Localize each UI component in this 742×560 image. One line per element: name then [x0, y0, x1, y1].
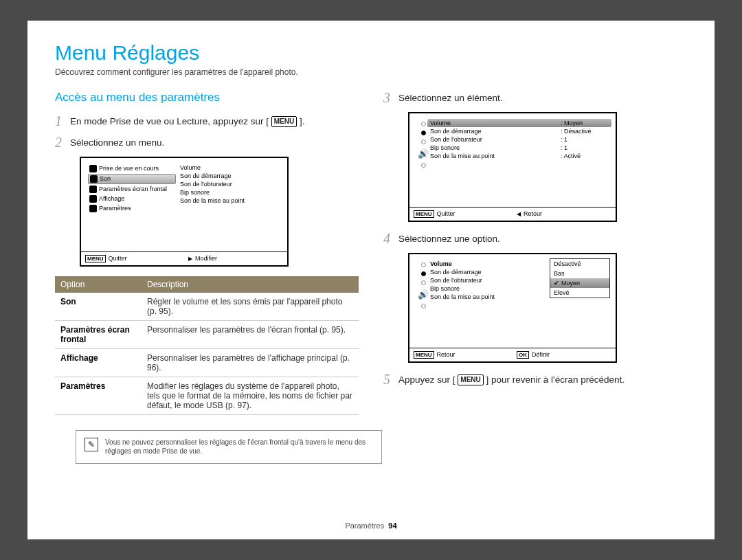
front-screen-icon	[89, 186, 97, 193]
screenshot-footer: MENUQuitter ▶Modifier	[81, 251, 287, 265]
pager-dot	[421, 262, 426, 267]
step-text: Sélectionnez une option.	[398, 232, 500, 246]
table-row: Paramètres écran frontalPersonnaliser le…	[55, 320, 359, 348]
step-4: 4 Sélectionnez une option.	[383, 232, 687, 246]
table-header-option: Option	[55, 276, 142, 293]
step-1: 1 En mode Prise de vue ou Lecture, appuy…	[55, 114, 359, 128]
submenu-item: Bip sonore	[180, 188, 280, 197]
screenshot-footer: MENURetour OKDéfinir	[409, 348, 616, 361]
display-icon	[89, 195, 97, 203]
submenu-item: Son de l'obturateur	[180, 180, 280, 188]
page-footer: Paramètres 94	[27, 522, 715, 530]
two-column-layout: Accès au menu des paramètres 1 En mode P…	[55, 91, 687, 415]
check-icon: ✔	[554, 280, 559, 287]
pager-dot	[421, 163, 426, 168]
step-5: 5 Appuyez sur [ MENU ] pour revenir à l'…	[383, 372, 687, 387]
setting-row: Son de l'obturateur: 1	[430, 135, 609, 144]
submenu-item: Son de démarrage	[180, 172, 280, 180]
menu-item: Affichage	[88, 194, 176, 203]
table-header-description: Description	[142, 276, 359, 293]
submenu-item: Son de la mise au point	[180, 197, 280, 205]
pager-dot	[421, 280, 426, 285]
menu-item: Prise de vue en cours	[88, 164, 176, 173]
menu-item-selected: Son	[88, 174, 176, 184]
setting-row-selected: Volume: Moyen	[427, 119, 611, 127]
page-subtitle: Découvrez comment configurer les paramèt…	[55, 67, 687, 77]
menu-button-label: MENU	[271, 116, 297, 127]
popup-option: Elevé	[550, 288, 609, 298]
pager-dot	[421, 122, 426, 126]
table-row: SonRégler le volume et les sons émis par…	[55, 293, 359, 321]
step-number: 3	[383, 91, 398, 104]
submenu-item: Volume	[180, 164, 280, 172]
menu-button-label: MENU	[458, 374, 483, 385]
pager-dot-active	[421, 271, 426, 276]
popup-option-selected: ✔Moyen	[550, 278, 609, 288]
pager-dot	[421, 139, 426, 144]
screenshot-element-select: 🔊 Volume: Moyen Son de démarrage: Désact…	[408, 112, 617, 222]
sound-icon	[90, 175, 98, 183]
step-text: En mode Prise de vue ou Lecture, appuyez…	[70, 114, 304, 128]
setting-row: Bip sonore: 1	[430, 144, 609, 152]
step-3: 3 Sélectionnez un élément.	[383, 91, 687, 105]
table-row: AffichagePersonnaliser les paramètres de…	[55, 348, 359, 377]
popup-option: Bas	[550, 269, 609, 278]
ok-tag: OK	[517, 351, 529, 359]
screenshot-footer: MENUQuitter ◀Retour	[409, 207, 616, 221]
info-icon: ✎	[85, 438, 98, 451]
right-column: 3 Sélectionnez un élément. 🔊	[383, 91, 687, 415]
page-title: Menu Réglages	[55, 41, 687, 65]
step-text: Sélectionnez un menu.	[70, 135, 164, 150]
speaker-icon: 🔊	[418, 289, 429, 300]
menu-item: Paramètres	[88, 204, 176, 213]
popup-option: Désactivé	[550, 259, 609, 269]
manual-page: Menu Réglages Découvrez comment configur…	[27, 21, 715, 539]
section-heading: Accès au menu des paramètres	[55, 91, 359, 104]
left-column: Accès au menu des paramètres 1 En mode P…	[55, 91, 359, 415]
step-number: 2	[55, 135, 70, 149]
camera-icon	[89, 165, 97, 172]
step-text: Sélectionnez un élément.	[398, 91, 503, 105]
step-number: 5	[383, 372, 398, 386]
chevron-left-icon: ◀	[517, 211, 521, 217]
setting-row: Son de démarrage: Désactivé	[430, 127, 609, 135]
step-number: 4	[383, 232, 398, 245]
pager-dot-active	[421, 131, 426, 135]
note-box: ✎ Vous ne pouvez personnaliser les régla…	[76, 430, 382, 464]
menu-tag: MENU	[85, 255, 106, 262]
value-popup: Désactivé Bas ✔Moyen Elevé	[550, 258, 610, 298]
note-text: Vous ne pouvez personnaliser les réglage…	[105, 438, 373, 456]
step-text: Appuyez sur [ MENU ] pour revenir à l'éc…	[398, 372, 625, 387]
setting-row: Son de la mise au point: Activé	[430, 152, 609, 160]
menu-tag: MENU	[414, 210, 434, 218]
speaker-icon: 🔊	[418, 148, 429, 159]
menu-tag: MENU	[414, 351, 434, 359]
chevron-right-icon: ▶	[188, 256, 192, 262]
pager-dot	[421, 304, 426, 309]
gear-icon	[89, 205, 97, 212]
table-row: ParamètresModifier les réglages du systè…	[55, 377, 359, 414]
menu-item: Paramètres écran frontal	[88, 185, 176, 194]
options-table: Option Description SonRégler le volume e…	[55, 276, 359, 415]
step-2: 2 Sélectionnez un menu.	[55, 135, 359, 150]
screenshot-menu-select: Prise de vue en cours Son Paramètres écr…	[80, 157, 289, 267]
screenshot-option-select: 🔊 Volume Son de démarrage Son de l'obtur…	[408, 253, 617, 363]
step-number: 1	[55, 114, 70, 128]
